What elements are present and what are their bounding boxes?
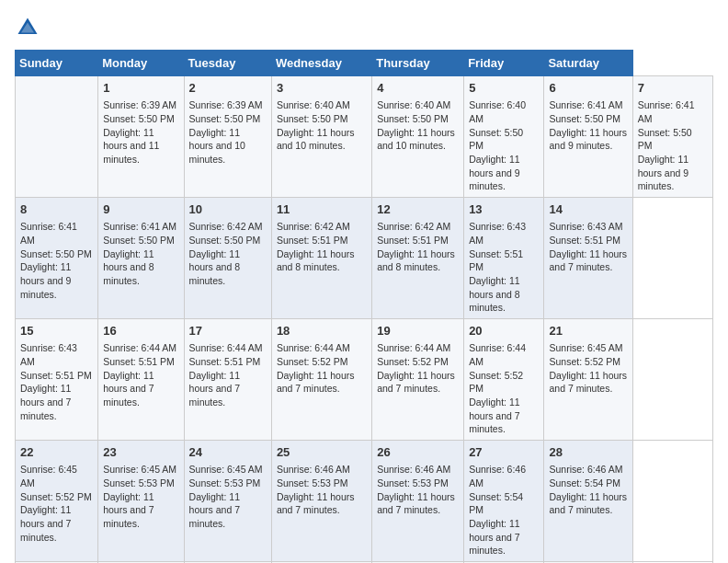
calendar-cell: 16Sunrise: 6:44 AMSunset: 5:51 PMDayligh…: [98, 319, 184, 441]
day-number: 1: [103, 80, 178, 97]
calendar-cell: 9Sunrise: 6:41 AMSunset: 5:50 PMDaylight…: [98, 198, 184, 319]
header-wednesday: Wednesday: [271, 51, 371, 76]
day-info: Sunrise: 6:45 AMSunset: 5:53 PMDaylight:…: [103, 463, 178, 530]
calendar-cell: 8Sunrise: 6:41 AMSunset: 5:50 PMDaylight…: [16, 198, 98, 319]
calendar-cell: 26Sunrise: 6:46 AMSunset: 5:53 PMDayligh…: [372, 441, 464, 562]
calendar-cell: 14Sunrise: 6:43 AMSunset: 5:51 PMDayligh…: [544, 198, 632, 319]
day-info: Sunrise: 6:41 AMSunset: 5:50 PMDaylight:…: [20, 220, 93, 301]
calendar-cell: 19Sunrise: 6:44 AMSunset: 5:52 PMDayligh…: [372, 319, 464, 441]
day-number: 21: [549, 323, 627, 339]
calendar-cell: [16, 76, 98, 198]
calendar-cell: 6Sunrise: 6:41 AMSunset: 5:50 PMDaylight…: [544, 76, 632, 198]
calendar-cell: 11Sunrise: 6:42 AMSunset: 5:51 PMDayligh…: [271, 198, 371, 319]
day-number: 11: [277, 201, 367, 218]
day-number: 17: [189, 323, 267, 339]
day-number: 15: [20, 323, 93, 339]
day-info: Sunrise: 6:40 AMSunset: 5:50 PMDaylight:…: [377, 98, 459, 153]
header-thursday: Thursday: [372, 51, 464, 76]
calendar-cell: 24Sunrise: 6:45 AMSunset: 5:53 PMDayligh…: [184, 441, 271, 562]
day-info: Sunrise: 6:41 AMSunset: 5:50 PMDaylight:…: [103, 220, 178, 287]
calendar-cell: 15Sunrise: 6:43 AMSunset: 5:51 PMDayligh…: [16, 319, 98, 441]
day-info: Sunrise: 6:44 AMSunset: 5:52 PMDaylight:…: [277, 341, 367, 396]
calendar-cell: 2Sunrise: 6:39 AMSunset: 5:50 PMDaylight…: [184, 76, 271, 198]
calendar-cell: 18Sunrise: 6:44 AMSunset: 5:52 PMDayligh…: [271, 319, 371, 441]
day-number: 6: [549, 80, 627, 97]
calendar-cell: 22Sunrise: 6:45 AMSunset: 5:52 PMDayligh…: [16, 441, 98, 562]
day-number: 22: [20, 444, 93, 461]
header-sunday: Sunday: [16, 51, 98, 76]
day-number: 3: [277, 80, 367, 97]
calendar-cell: 13Sunrise: 6:43 AMSunset: 5:51 PMDayligh…: [464, 198, 544, 319]
day-info: Sunrise: 6:44 AMSunset: 5:52 PMDaylight:…: [469, 341, 539, 436]
calendar-cell: 1Sunrise: 6:39 AMSunset: 5:50 PMDaylight…: [98, 76, 184, 198]
day-info: Sunrise: 6:46 AMSunset: 5:53 PMDaylight:…: [377, 463, 459, 517]
calendar-cell: 12Sunrise: 6:42 AMSunset: 5:51 PMDayligh…: [372, 198, 464, 319]
page-header: [15, 15, 713, 40]
calendar-cell: 5Sunrise: 6:40 AMSunset: 5:50 PMDaylight…: [464, 76, 544, 198]
calendar-week-row: 8Sunrise: 6:41 AMSunset: 5:50 PMDaylight…: [16, 198, 713, 319]
header-monday: Monday: [98, 51, 184, 76]
day-info: Sunrise: 6:41 AMSunset: 5:50 PMDaylight:…: [549, 98, 627, 153]
day-number: 26: [377, 444, 459, 461]
day-number: 19: [377, 323, 459, 339]
header-tuesday: Tuesday: [184, 51, 271, 76]
day-info: Sunrise: 6:43 AMSunset: 5:51 PMDaylight:…: [549, 220, 627, 274]
calendar-week-row: 1Sunrise: 6:39 AMSunset: 5:50 PMDaylight…: [16, 76, 713, 198]
calendar-cell: 3Sunrise: 6:40 AMSunset: 5:50 PMDaylight…: [271, 76, 371, 198]
day-info: Sunrise: 6:44 AMSunset: 5:52 PMDaylight:…: [377, 341, 459, 396]
day-number: 14: [549, 201, 627, 218]
calendar-cell: 20Sunrise: 6:44 AMSunset: 5:52 PMDayligh…: [464, 319, 544, 441]
day-number: 8: [20, 201, 93, 218]
logo-icon: [15, 15, 40, 40]
day-number: 27: [469, 444, 539, 461]
calendar-cell: 4Sunrise: 6:40 AMSunset: 5:50 PMDaylight…: [372, 76, 464, 198]
day-number: 12: [377, 201, 459, 218]
day-number: 23: [103, 444, 178, 461]
calendar-header-row: SundayMondayTuesdayWednesdayThursdayFrid…: [16, 51, 713, 76]
day-info: Sunrise: 6:46 AMSunset: 5:53 PMDaylight:…: [277, 463, 367, 517]
calendar-cell: 28Sunrise: 6:46 AMSunset: 5:54 PMDayligh…: [544, 441, 632, 562]
day-number: 24: [189, 444, 267, 461]
calendar-week-row: 22Sunrise: 6:45 AMSunset: 5:52 PMDayligh…: [16, 441, 713, 562]
day-number: 5: [469, 80, 539, 97]
day-number: 28: [549, 444, 627, 461]
calendar-cell: 21Sunrise: 6:45 AMSunset: 5:52 PMDayligh…: [544, 319, 632, 441]
day-number: 13: [469, 201, 539, 218]
day-info: Sunrise: 6:40 AMSunset: 5:50 PMDaylight:…: [277, 98, 367, 153]
header-friday: Friday: [464, 51, 544, 76]
day-number: 20: [469, 323, 539, 339]
day-info: Sunrise: 6:44 AMSunset: 5:51 PMDaylight:…: [189, 341, 267, 408]
calendar-week-row: 15Sunrise: 6:43 AMSunset: 5:51 PMDayligh…: [16, 319, 713, 441]
day-number: 25: [277, 444, 367, 461]
day-info: Sunrise: 6:43 AMSunset: 5:51 PMDaylight:…: [469, 220, 539, 315]
logo: [15, 15, 44, 40]
calendar-table: SundayMondayTuesdayWednesdayThursdayFrid…: [15, 50, 713, 563]
day-info: Sunrise: 6:39 AMSunset: 5:50 PMDaylight:…: [103, 98, 178, 166]
calendar-cell: 7Sunrise: 6:41 AMSunset: 5:50 PMDaylight…: [632, 76, 712, 198]
day-number: 18: [277, 323, 367, 339]
header-saturday: Saturday: [544, 51, 632, 76]
day-info: Sunrise: 6:45 AMSunset: 5:52 PMDaylight:…: [549, 341, 627, 396]
calendar-cell: 27Sunrise: 6:46 AMSunset: 5:54 PMDayligh…: [464, 441, 544, 562]
day-info: Sunrise: 6:40 AMSunset: 5:50 PMDaylight:…: [469, 98, 539, 193]
day-number: 10: [189, 201, 267, 218]
day-info: Sunrise: 6:44 AMSunset: 5:51 PMDaylight:…: [103, 341, 178, 408]
day-number: 16: [103, 323, 178, 339]
calendar-cell: 25Sunrise: 6:46 AMSunset: 5:53 PMDayligh…: [271, 441, 371, 562]
day-info: Sunrise: 6:42 AMSunset: 5:51 PMDaylight:…: [377, 220, 459, 274]
day-info: Sunrise: 6:46 AMSunset: 5:54 PMDaylight:…: [469, 463, 539, 557]
day-info: Sunrise: 6:42 AMSunset: 5:50 PMDaylight:…: [189, 220, 267, 287]
day-info: Sunrise: 6:45 AMSunset: 5:52 PMDaylight:…: [20, 463, 93, 544]
calendar-cell: 17Sunrise: 6:44 AMSunset: 5:51 PMDayligh…: [184, 319, 271, 441]
day-info: Sunrise: 6:43 AMSunset: 5:51 PMDaylight:…: [20, 341, 93, 422]
day-info: Sunrise: 6:45 AMSunset: 5:53 PMDaylight:…: [189, 463, 267, 530]
day-info: Sunrise: 6:39 AMSunset: 5:50 PMDaylight:…: [189, 98, 267, 166]
day-info: Sunrise: 6:41 AMSunset: 5:50 PMDaylight:…: [638, 98, 708, 193]
calendar-cell: 23Sunrise: 6:45 AMSunset: 5:53 PMDayligh…: [98, 441, 184, 562]
calendar-cell: 10Sunrise: 6:42 AMSunset: 5:50 PMDayligh…: [184, 198, 271, 319]
day-number: 4: [377, 80, 459, 97]
day-number: 9: [103, 201, 178, 218]
day-info: Sunrise: 6:42 AMSunset: 5:51 PMDaylight:…: [277, 220, 367, 274]
day-number: 2: [189, 80, 267, 97]
day-number: 7: [638, 80, 708, 97]
